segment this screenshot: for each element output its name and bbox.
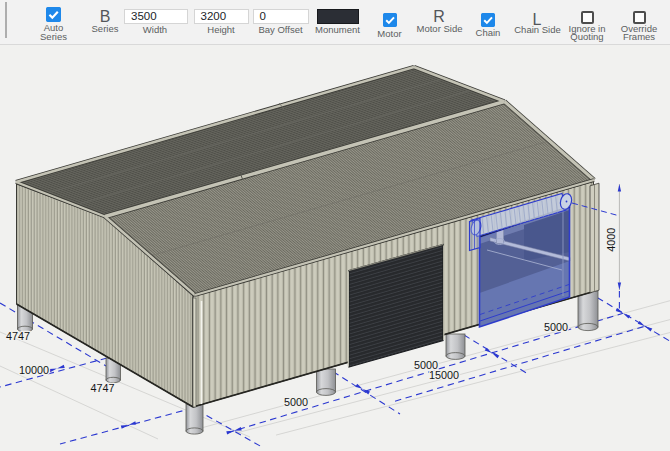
svg-text:15000: 15000 <box>429 369 459 381</box>
svg-text:4747: 4747 <box>90 382 114 394</box>
svg-text:4747: 4747 <box>6 330 30 342</box>
svg-text:4000: 4000 <box>605 228 617 252</box>
svg-text:5000: 5000 <box>284 396 308 408</box>
svg-text:10000: 10000 <box>19 364 49 376</box>
svg-text:5000: 5000 <box>544 321 568 333</box>
